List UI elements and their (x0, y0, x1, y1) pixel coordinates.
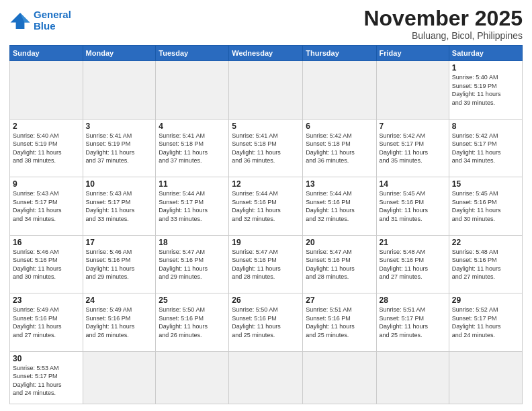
day-number: 6 (306, 122, 373, 131)
calendar-cell: 10Sunrise: 5:43 AMSunset: 5:17 PMDayligh… (83, 177, 156, 236)
day-detail: Sunrise: 5:44 AMSunset: 5:16 PMDaylight:… (306, 189, 373, 223)
day-detail: Sunrise: 5:43 AMSunset: 5:17 PMDaylight:… (13, 189, 80, 223)
calendar-cell: 3Sunrise: 5:41 AMSunset: 5:19 PMDaylight… (83, 119, 156, 177)
calendar-cell: 4Sunrise: 5:41 AMSunset: 5:18 PMDaylight… (156, 119, 229, 177)
day-detail: Sunrise: 5:51 AMSunset: 5:16 PMDaylight:… (306, 306, 373, 339)
day-detail: Sunrise: 5:45 AMSunset: 5:16 PMDaylight:… (452, 189, 519, 223)
calendar-header-tuesday: Tuesday (156, 46, 229, 61)
day-detail: Sunrise: 5:45 AMSunset: 5:16 PMDaylight:… (380, 189, 446, 223)
day-detail: Sunrise: 5:40 AMSunset: 5:19 PMDaylight:… (452, 73, 519, 107)
day-number: 23 (13, 295, 80, 305)
calendar-cell (156, 351, 229, 404)
calendar-cell (10, 61, 83, 120)
calendar-cell: 25Sunrise: 5:50 AMSunset: 5:16 PMDayligh… (156, 293, 229, 352)
calendar-cell (229, 351, 303, 404)
day-number: 21 (380, 238, 446, 247)
calendar-cell: 29Sunrise: 5:52 AMSunset: 5:17 PMDayligh… (449, 293, 522, 352)
day-number: 20 (306, 238, 373, 247)
calendar-cell (376, 61, 449, 120)
day-number: 14 (380, 179, 446, 189)
day-number: 8 (452, 122, 519, 131)
calendar-cell: 26Sunrise: 5:50 AMSunset: 5:16 PMDayligh… (229, 293, 303, 352)
day-detail: Sunrise: 5:50 AMSunset: 5:16 PMDaylight:… (232, 306, 300, 339)
month-title: November 2025 (363, 7, 523, 30)
day-number: 18 (159, 238, 226, 247)
calendar-week-2: 9Sunrise: 5:43 AMSunset: 5:17 PMDaylight… (10, 177, 523, 236)
day-detail: Sunrise: 5:49 AMSunset: 5:16 PMDaylight:… (86, 306, 153, 339)
calendar-cell: 14Sunrise: 5:45 AMSunset: 5:16 PMDayligh… (376, 177, 449, 236)
calendar-cell: 28Sunrise: 5:51 AMSunset: 5:17 PMDayligh… (376, 293, 449, 352)
calendar-cell: 27Sunrise: 5:51 AMSunset: 5:16 PMDayligh… (303, 293, 376, 352)
calendar-week-3: 16Sunrise: 5:46 AMSunset: 5:16 PMDayligh… (10, 235, 523, 293)
day-number: 26 (232, 295, 300, 305)
day-detail: Sunrise: 5:42 AMSunset: 5:17 PMDaylight:… (452, 132, 519, 165)
day-number: 10 (86, 179, 153, 189)
calendar-cell: 5Sunrise: 5:41 AMSunset: 5:18 PMDaylight… (229, 119, 303, 177)
logo-general: General (34, 9, 71, 20)
calendar-header-friday: Friday (376, 46, 449, 61)
day-number: 19 (232, 238, 300, 247)
day-number: 12 (232, 179, 300, 189)
calendar-cell: 23Sunrise: 5:49 AMSunset: 5:16 PMDayligh… (10, 293, 83, 352)
calendar-cell: 12Sunrise: 5:44 AMSunset: 5:16 PMDayligh… (229, 177, 303, 236)
day-detail: Sunrise: 5:51 AMSunset: 5:17 PMDaylight:… (380, 306, 446, 339)
calendar-cell (376, 351, 449, 404)
logo-text: General Blue (34, 9, 71, 32)
calendar-header-thursday: Thursday (303, 46, 376, 61)
calendar-cell (303, 61, 376, 120)
day-detail: Sunrise: 5:49 AMSunset: 5:16 PMDaylight:… (13, 306, 80, 339)
day-number: 30 (13, 354, 80, 363)
calendar-cell: 20Sunrise: 5:47 AMSunset: 5:16 PMDayligh… (303, 235, 376, 293)
calendar-cell: 8Sunrise: 5:42 AMSunset: 5:17 PMDaylight… (449, 119, 522, 177)
calendar-header-saturday: Saturday (449, 46, 522, 61)
day-detail: Sunrise: 5:40 AMSunset: 5:19 PMDaylight:… (13, 132, 80, 165)
day-number: 24 (86, 295, 153, 305)
calendar-cell: 16Sunrise: 5:46 AMSunset: 5:16 PMDayligh… (10, 235, 83, 293)
calendar-header-row: SundayMondayTuesdayWednesdayThursdayFrid… (10, 46, 523, 61)
calendar-cell: 6Sunrise: 5:42 AMSunset: 5:18 PMDaylight… (303, 119, 376, 177)
calendar-cell: 2Sunrise: 5:40 AMSunset: 5:19 PMDaylight… (10, 119, 83, 177)
day-number: 29 (452, 295, 519, 305)
day-number: 4 (159, 122, 226, 131)
day-number: 27 (306, 295, 373, 305)
day-number: 16 (13, 238, 80, 247)
calendar-week-0: 1Sunrise: 5:40 AMSunset: 5:19 PMDaylight… (10, 61, 523, 120)
logo: General Blue (9, 9, 71, 32)
day-number: 11 (159, 179, 226, 189)
calendar-cell: 17Sunrise: 5:46 AMSunset: 5:16 PMDayligh… (83, 235, 156, 293)
day-detail: Sunrise: 5:43 AMSunset: 5:17 PMDaylight:… (86, 189, 153, 223)
day-detail: Sunrise: 5:46 AMSunset: 5:16 PMDaylight:… (13, 248, 80, 281)
calendar-cell: 18Sunrise: 5:47 AMSunset: 5:16 PMDayligh… (156, 235, 229, 293)
header: General Blue November 2025 Buluang, Bico… (9, 7, 523, 41)
day-detail: Sunrise: 5:50 AMSunset: 5:16 PMDaylight:… (159, 306, 226, 339)
title-block: November 2025 Buluang, Bicol, Philippine… (363, 7, 523, 41)
day-detail: Sunrise: 5:44 AMSunset: 5:17 PMDaylight:… (159, 189, 226, 223)
day-detail: Sunrise: 5:46 AMSunset: 5:16 PMDaylight:… (86, 248, 153, 281)
day-number: 13 (306, 179, 373, 189)
logo-icon (9, 11, 31, 30)
calendar-cell: 24Sunrise: 5:49 AMSunset: 5:16 PMDayligh… (83, 293, 156, 352)
calendar-header-monday: Monday (83, 46, 156, 61)
calendar-cell: 9Sunrise: 5:43 AMSunset: 5:17 PMDaylight… (10, 177, 83, 236)
day-detail: Sunrise: 5:48 AMSunset: 5:16 PMDaylight:… (380, 248, 446, 281)
calendar-week-5: 30Sunrise: 5:53 AMSunset: 5:17 PMDayligh… (10, 351, 523, 404)
day-number: 1 (452, 63, 519, 73)
day-number: 17 (86, 238, 153, 247)
calendar-cell: 15Sunrise: 5:45 AMSunset: 5:16 PMDayligh… (449, 177, 522, 236)
page: General Blue November 2025 Buluang, Bico… (0, 0, 532, 411)
calendar-cell (229, 61, 303, 120)
day-detail: Sunrise: 5:44 AMSunset: 5:16 PMDaylight:… (232, 189, 300, 223)
day-number: 5 (232, 122, 300, 131)
calendar-cell (303, 351, 376, 404)
calendar-cell: 1Sunrise: 5:40 AMSunset: 5:19 PMDaylight… (449, 61, 522, 120)
calendar-header-sunday: Sunday (10, 46, 83, 61)
day-detail: Sunrise: 5:47 AMSunset: 5:16 PMDaylight:… (159, 248, 226, 281)
day-number: 15 (452, 179, 519, 189)
day-detail: Sunrise: 5:41 AMSunset: 5:18 PMDaylight:… (232, 132, 300, 165)
calendar-cell (449, 351, 522, 404)
calendar-cell: 7Sunrise: 5:42 AMSunset: 5:17 PMDaylight… (376, 119, 449, 177)
day-number: 22 (452, 238, 519, 247)
day-number: 2 (13, 122, 80, 131)
day-detail: Sunrise: 5:42 AMSunset: 5:18 PMDaylight:… (306, 132, 373, 165)
calendar-cell: 30Sunrise: 5:53 AMSunset: 5:17 PMDayligh… (10, 351, 83, 404)
